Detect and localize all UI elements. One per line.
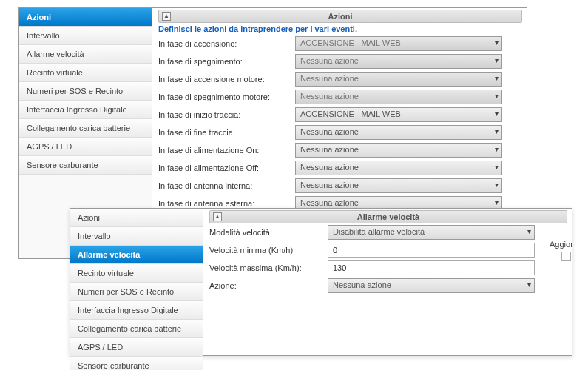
collapse-icon[interactable]: ▲ xyxy=(213,212,222,221)
sidebar-item-allarme-velocita[interactable]: Allarme velocità xyxy=(19,45,152,64)
row-label: In fase di spegnimento motore: xyxy=(158,92,295,101)
select-inizio-traccia[interactable]: ACCENSIONE - MAIL WEB xyxy=(295,107,502,122)
sidebar-item-interfaccia-digitale[interactable]: Interfaccia Ingresso Digitale xyxy=(70,301,203,320)
panel-allarme-velocita: Azioni Intervallo Allarme velocità Recin… xyxy=(70,208,572,356)
sidebar-item-numeri-sos[interactable]: Numeri per SOS e Recinto xyxy=(70,283,203,301)
intro-text: Definisci le azioni da intraprendere per… xyxy=(158,24,522,33)
sidebar-item-intervallo[interactable]: Intervallo xyxy=(70,227,203,246)
section-title: Allarme velocità xyxy=(357,212,419,221)
select-azione[interactable]: Nessuna azione xyxy=(328,278,535,293)
input-velocita-minima[interactable] xyxy=(328,243,535,258)
row-label: Modalità velocità: xyxy=(209,228,328,237)
select-modalita-velocita[interactable]: Disabilita allarme velocità xyxy=(328,225,535,240)
row-label: In fase di accensione motore: xyxy=(158,75,295,84)
select-alimentazione-off[interactable]: Nessuna azione xyxy=(295,161,502,175)
sidebar-item-azioni[interactable]: Azioni xyxy=(19,8,152,27)
sidebar-item-allarme-velocita[interactable]: Allarme velocità xyxy=(70,246,203,264)
row-label: Velocità massima (Km/h): xyxy=(209,263,328,272)
row-label: Velocità minima (Km/h): xyxy=(209,246,328,255)
select-spegnimento[interactable]: Nessuna azione xyxy=(295,54,502,69)
section-title: Azioni xyxy=(328,12,353,21)
row-label: In fase di fine traccia: xyxy=(158,128,295,137)
content-allarme: ▲ Allarme velocità Modalità velocità:Dis… xyxy=(203,209,572,355)
sidebar-item-collegamento-batterie[interactable]: Collegamento carica batterie xyxy=(70,320,203,338)
sidebar-item-recinto-virtuale[interactable]: Recinto virtuale xyxy=(19,64,152,82)
update-column: Aggiorna xyxy=(550,225,572,296)
update-checkbox[interactable] xyxy=(561,252,571,261)
sidebar-item-sensore-carburante[interactable]: Sensore carburante xyxy=(19,156,152,175)
update-label: Aggiorna xyxy=(550,240,572,249)
select-accensione-motore[interactable]: Nessuna azione xyxy=(295,72,502,87)
row-label: Azione: xyxy=(209,281,328,290)
row-label: In fase di alimentazione Off: xyxy=(158,164,295,172)
select-spegnimento-motore[interactable]: Nessuna azione xyxy=(295,90,502,104)
row-label: In fase di accensione: xyxy=(158,39,295,48)
sidebar-item-sensore-carburante[interactable]: Sensore carburante xyxy=(70,357,203,370)
select-accensione[interactable]: ACCENSIONE - MAIL WEB xyxy=(295,36,502,51)
row-label: In fase di antenna interna: xyxy=(158,181,295,190)
section-header-azioni: ▲ Azioni xyxy=(158,10,522,23)
row-label: In fase di spegnimento: xyxy=(158,57,295,66)
sidebar-item-agps-led[interactable]: AGPS / LED xyxy=(19,138,152,156)
select-fine-traccia[interactable]: Nessuna azione xyxy=(295,125,502,140)
sidebar-item-intervallo[interactable]: Intervallo xyxy=(19,27,152,45)
row-label: In fase di inizio traccia: xyxy=(158,110,295,119)
select-antenna-interna[interactable]: Nessuna azione xyxy=(295,178,502,193)
sidebar-item-agps-led[interactable]: AGPS / LED xyxy=(70,338,203,357)
row-label: In fase di alimentazione On: xyxy=(158,146,295,155)
select-alimentazione-on[interactable]: Nessuna azione xyxy=(295,143,502,158)
sidebar-item-numeri-sos[interactable]: Numeri per SOS e Recinto xyxy=(19,82,152,101)
section-header-allarme: ▲ Allarme velocità xyxy=(209,210,567,223)
sidebar-item-interfaccia-digitale[interactable]: Interfaccia Ingresso Digitale xyxy=(19,101,152,119)
collapse-icon[interactable]: ▲ xyxy=(162,12,171,21)
sidebar-item-azioni[interactable]: Azioni xyxy=(70,209,203,227)
sidebar-bottom: Azioni Intervallo Allarme velocità Recin… xyxy=(70,209,203,355)
row-label: In fase di antenna esterna: xyxy=(158,199,295,208)
sidebar-item-collegamento-batterie[interactable]: Collegamento carica batterie xyxy=(19,119,152,138)
input-velocita-massima[interactable] xyxy=(328,260,535,275)
sidebar-item-recinto-virtuale[interactable]: Recinto virtuale xyxy=(70,264,203,283)
